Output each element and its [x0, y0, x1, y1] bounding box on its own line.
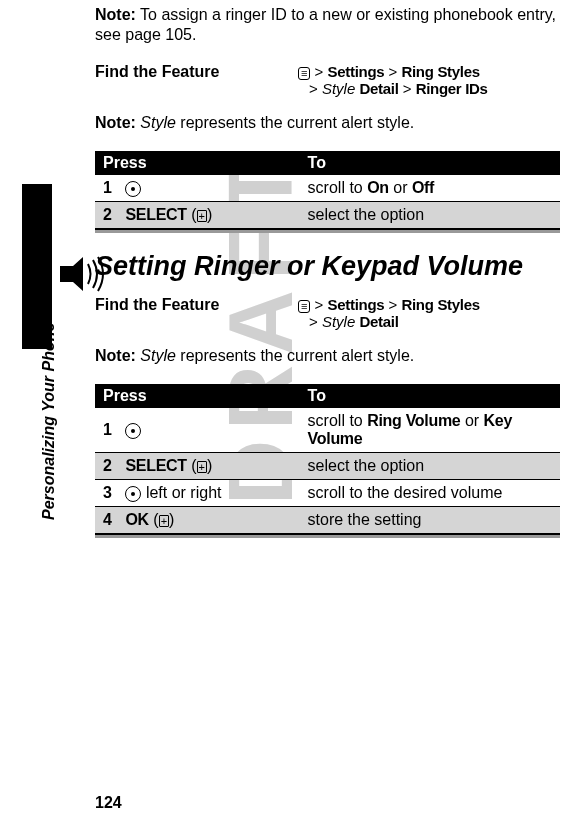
table-bottom-shadow	[95, 535, 560, 538]
path-detail: Detail	[359, 80, 398, 97]
nav-key-icon	[125, 486, 141, 502]
to-text: select the option	[300, 453, 560, 480]
press-suffix: left or right	[141, 484, 221, 501]
section-heading: Setting Ringer or Keypad Volume	[95, 251, 560, 282]
nav-key-icon	[125, 423, 141, 439]
menu-icon: ≡	[298, 67, 310, 80]
to-mid: or	[389, 179, 412, 196]
note-label: Note:	[95, 6, 136, 23]
feature-path-1: ≡ > Settings > Ring Styles > Style Detai…	[298, 63, 560, 97]
nav-key-icon	[125, 181, 141, 197]
main-content: Note: To assign a ringer ID to a new or …	[95, 0, 560, 538]
find-feature-label: Find the Feature	[95, 63, 298, 81]
table-row: 3 left or right scroll to the desired vo…	[95, 480, 560, 507]
path-style: Style	[322, 80, 355, 97]
table-row: 2 SELECT (+) select the option	[95, 453, 560, 480]
select-label: SELECT	[125, 206, 186, 223]
table-row: 1 scroll to On or Off	[95, 175, 560, 202]
table-row: 1 scroll to Ring Volume or Key Volume	[95, 408, 560, 453]
note-label: Note:	[95, 114, 136, 131]
table-bottom-shadow	[95, 230, 560, 233]
note-text-after: .	[192, 26, 196, 43]
col-press: Press	[95, 151, 300, 175]
steps-table-1: Press To 1 scroll to On or Off 2 SELECT …	[95, 151, 560, 230]
step-number: 4	[103, 511, 121, 529]
softkey-icon: +	[197, 461, 207, 473]
menu-icon: ≡	[298, 300, 310, 313]
steps-table-2: Press To 1 scroll to Ring Volume or Key …	[95, 384, 560, 535]
step-number: 2	[103, 206, 121, 224]
note-rest: represents the current alert style.	[176, 114, 414, 131]
step-number: 1	[103, 179, 121, 197]
to-text: scroll to the desired volume	[300, 480, 560, 507]
page-reference: 105	[165, 26, 192, 43]
col-press: Press	[95, 384, 300, 408]
col-to: To	[300, 151, 560, 175]
note-label: Note:	[95, 347, 136, 364]
page-number: 124	[95, 794, 122, 812]
step-number: 2	[103, 457, 121, 475]
option-off: Off	[412, 179, 434, 196]
note-style-word: Style	[140, 114, 176, 131]
path-style: Style	[322, 313, 355, 330]
ok-label: OK	[125, 511, 148, 528]
col-to: To	[300, 384, 560, 408]
path-ring-styles: Ring Styles	[401, 296, 479, 313]
to-prefix: scroll to	[308, 179, 368, 196]
intro-note: Note: To assign a ringer ID to a new or …	[95, 5, 560, 45]
find-feature-label: Find the Feature	[95, 296, 298, 314]
select-label: SELECT	[125, 457, 186, 474]
to-text: select the option	[300, 202, 560, 230]
find-feature-block-1: Find the Feature ≡ > Settings > Ring Sty…	[95, 63, 560, 97]
step-number: 3	[103, 484, 121, 502]
note-2: Note: Style represents the current alert…	[95, 346, 560, 366]
table-row: 4 OK (+) store the setting	[95, 507, 560, 535]
softkey-icon: +	[197, 210, 207, 222]
note-rest: represents the current alert style.	[176, 347, 414, 364]
to-mid: or	[460, 412, 483, 429]
feature-path-2: ≡ > Settings > Ring Styles > Style Detai…	[298, 296, 560, 330]
option-on: On	[367, 179, 389, 196]
path-settings: Settings	[328, 296, 385, 313]
to-text: store the setting	[300, 507, 560, 535]
path-settings: Settings	[328, 63, 385, 80]
table-row: 2 SELECT (+) select the option	[95, 202, 560, 230]
path-detail: Detail	[359, 313, 398, 330]
softkey-icon: +	[159, 515, 169, 527]
note-1: Note: Style represents the current alert…	[95, 113, 560, 133]
path-ringer-ids: Ringer IDs	[416, 80, 488, 97]
find-feature-block-2: Find the Feature ≡ > Settings > Ring Sty…	[95, 296, 560, 330]
section-label-vertical: Personalizing Your Phone	[40, 323, 58, 520]
option-ring-volume: Ring Volume	[367, 412, 460, 429]
to-prefix: scroll to	[308, 412, 368, 429]
path-ring-styles: Ring Styles	[401, 63, 479, 80]
step-number: 1	[103, 421, 121, 439]
note-style-word: Style	[140, 347, 176, 364]
